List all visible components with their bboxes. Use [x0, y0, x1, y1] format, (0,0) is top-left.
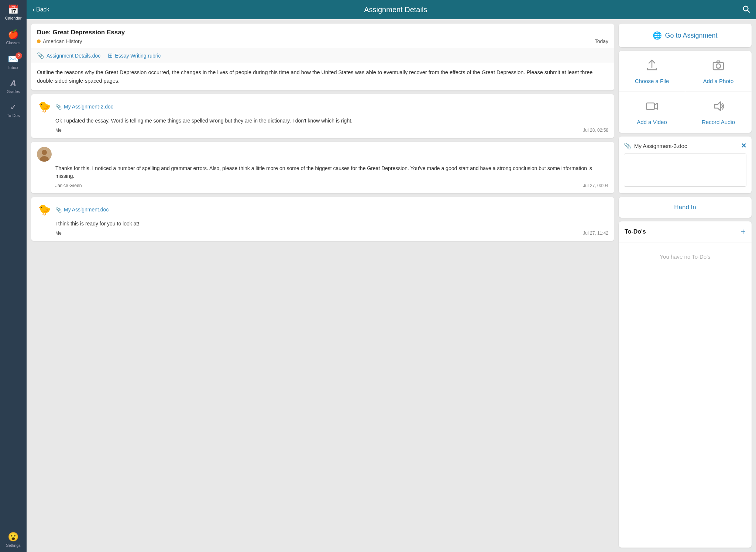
student-avatar-3: 🐤 [38, 204, 51, 216]
svg-rect-7 [646, 103, 654, 110]
assignment-meta: American History Today [37, 38, 608, 44]
speaker-icon [712, 100, 725, 116]
attachment-link-1[interactable]: ⊞ Essay Writing.rubric [108, 52, 161, 59]
settings-icon: 😮 [8, 532, 19, 542]
go-to-assignment-label: Go to Assignment [665, 32, 717, 39]
choose-file-button[interactable]: Choose a File [619, 51, 685, 92]
comment-card-2: Thanks for this. I noticed a number of s… [31, 142, 614, 193]
paperclip-icon-1: 📎 [55, 104, 62, 110]
sidebar-item-settings[interactable]: 😮 Settings [0, 527, 27, 552]
comment-timestamp-3: Jul 27, 11:42 [583, 231, 608, 236]
subject-dot [37, 39, 41, 43]
paperclip-icon-submission: 📎 [624, 142, 631, 149]
svg-line-1 [748, 10, 749, 12]
sidebar-classes-label: Classes [6, 41, 20, 45]
add-todo-button[interactable]: + [740, 227, 746, 237]
submission-file: 📎 My Assignment-3.doc [624, 142, 687, 149]
submission-notes-input[interactable] [624, 153, 746, 187]
sidebar-todos-label: To-Dos [7, 113, 20, 118]
attachment-name-1: Essay Writing.rubric [115, 53, 161, 59]
comment-filename-1: My Assignment-2.doc [64, 104, 113, 110]
todos-title: To-Do's [625, 228, 646, 235]
add-video-label: Add a Video [637, 119, 667, 125]
main-area: ‹ Back Assignment Details Due: Great Dep… [27, 0, 756, 552]
subject-name: American History [43, 38, 82, 44]
comment-author-3: Me [55, 231, 62, 236]
sidebar-calendar-label: Calendar [5, 16, 22, 20]
comment-author-2: Janice Green [55, 183, 82, 188]
due-date: Today [595, 38, 608, 44]
header: ‹ Back Assignment Details [27, 0, 756, 19]
subject-info: American History [37, 38, 82, 44]
video-icon [645, 100, 659, 116]
search-icon[interactable] [742, 5, 750, 15]
submission-header: 📎 My Assignment-3.doc ✕ [624, 142, 746, 150]
assignment-title: Due: Great Depression Essay [37, 29, 608, 36]
comment-header-2 [37, 147, 608, 162]
sidebar-item-grades[interactable]: A Grades [0, 74, 27, 98]
sidebar-item-calendar[interactable]: 📅 Calendar [0, 0, 27, 25]
add-photo-label: Add a Photo [703, 78, 734, 84]
comment-filename-3: My Assignment.doc [64, 207, 109, 213]
comment-footer-1: Me Jul 28, 02:58 [37, 128, 608, 133]
remove-submission-button[interactable]: ✕ [741, 142, 746, 150]
assignment-header: Due: Great Depression Essay American His… [31, 24, 614, 48]
hand-in-label: Hand In [674, 204, 696, 211]
svg-point-3 [42, 150, 47, 155]
sidebar: 📅 Calendar 🍎 Classes ✉️ 2 Inbox A Grades… [0, 0, 27, 552]
comment-body-3: I think this is ready for you to look at… [37, 220, 608, 228]
comment-footer-2: Janice Green Jul 27, 03:04 [37, 183, 608, 188]
add-photo-button[interactable]: Add a Photo [685, 51, 752, 92]
back-button[interactable]: ‹ Back [32, 6, 49, 14]
calendar-icon: 📅 [8, 4, 19, 15]
avatar-1: 🐤 [37, 99, 52, 114]
page-title: Assignment Details [49, 6, 742, 14]
inbox-badge: 2 [16, 52, 22, 59]
grid-icon: ⊞ [108, 52, 113, 59]
avatar-2 [37, 147, 52, 162]
upload-icon [645, 59, 659, 75]
sidebar-grades-label: Grades [7, 89, 20, 94]
left-column: Due: Great Depression Essay American His… [31, 24, 614, 548]
attachment-link-0[interactable]: 📎 Assignment Details.doc [37, 52, 100, 59]
comment-author-1: Me [55, 128, 62, 133]
sidebar-item-todos[interactable]: ✓ To-Dos [0, 98, 27, 122]
right-column: 🌐 Go to Assignment Choose a File [619, 24, 752, 548]
sidebar-settings-label: Settings [6, 543, 21, 548]
hand-in-button[interactable]: Hand In [619, 197, 752, 218]
comment-timestamp-2: Jul 27, 03:04 [583, 183, 608, 188]
svg-marker-8 [715, 102, 721, 111]
student-avatar-1: 🐤 [38, 101, 51, 113]
camera-icon [712, 59, 725, 75]
record-audio-label: Record Audio [702, 119, 735, 125]
attachment-name-0: Assignment Details.doc [47, 53, 100, 59]
comment-body-1: Ok I updated the essay. Word is telling … [37, 117, 608, 125]
comment-header-3: 🐤 📎 My Assignment.doc [37, 202, 608, 217]
todos-header: To-Do's + [619, 221, 752, 242]
go-to-assignment-button[interactable]: 🌐 Go to Assignment [619, 24, 752, 47]
back-chevron-icon: ‹ [32, 6, 35, 14]
svg-point-6 [716, 64, 721, 68]
assignment-card: Due: Great Depression Essay American His… [31, 24, 614, 90]
submission-filename: My Assignment-3.doc [634, 143, 687, 149]
comment-timestamp-1: Jul 28, 02:58 [583, 128, 608, 133]
comment-attachment-3[interactable]: 📎 My Assignment.doc [55, 207, 109, 213]
sidebar-inbox-label: Inbox [8, 65, 18, 70]
choose-file-label: Choose a File [635, 78, 669, 84]
avatar-3: 🐤 [37, 202, 52, 217]
classes-icon: 🍎 [8, 29, 19, 39]
sidebar-item-inbox[interactable]: ✉️ 2 Inbox [0, 49, 27, 74]
assignment-body: Outline the reasons why the Great Depres… [31, 63, 614, 90]
comment-footer-3: Me Jul 27, 11:42 [37, 231, 608, 236]
add-video-button[interactable]: Add a Video [619, 92, 685, 133]
grades-icon: A [10, 79, 16, 88]
back-label: Back [36, 6, 49, 13]
todos-card: To-Do's + You have no To-Do's [619, 221, 752, 548]
content: Due: Great Depression Essay American His… [27, 19, 756, 552]
sidebar-item-classes[interactable]: 🍎 Classes [0, 25, 27, 49]
globe-icon: 🌐 [653, 31, 662, 40]
submission-card: 📎 My Assignment-3.doc ✕ [619, 137, 752, 193]
upload-grid: Choose a File Add a Photo [619, 51, 752, 133]
comment-attachment-1[interactable]: 📎 My Assignment-2.doc [55, 104, 113, 110]
record-audio-button[interactable]: Record Audio [685, 92, 752, 133]
